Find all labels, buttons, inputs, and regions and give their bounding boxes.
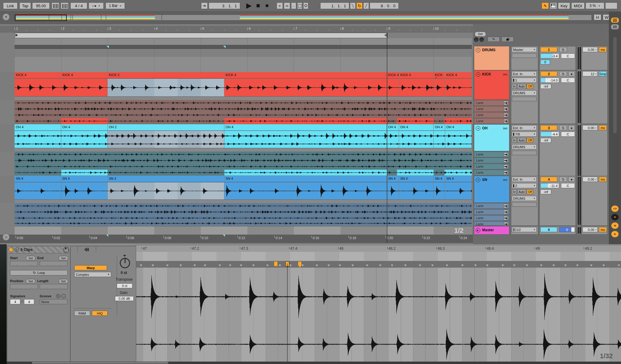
- midi-map-button[interactable]: MIDI: [571, 2, 585, 9]
- clip-title-bar[interactable]: SN 4: [15, 176, 61, 182]
- key-map-button[interactable]: Key: [558, 2, 570, 9]
- lane-audition-button[interactable]: [504, 119, 508, 123]
- draw-mode-button[interactable]: [297, 2, 302, 9]
- output-routing-menu[interactable]: DRUMS▼: [512, 196, 537, 201]
- volume-field[interactable]: -4.4: [540, 132, 559, 137]
- lane-header-cell[interactable]: Lane: [474, 106, 509, 112]
- clip-title-bar[interactable]: KICK 4: [387, 72, 399, 78]
- tempo-field[interactable]: 95.00: [32, 2, 50, 9]
- take-lane-row[interactable]: [15, 118, 472, 124]
- transient-marker-icon[interactable]: [540, 265, 542, 266]
- loop-brace[interactable]: [15, 33, 388, 38]
- clip-title-bar[interactable]: OH 4: [434, 124, 445, 131]
- take-lane-row[interactable]: [15, 164, 472, 169]
- clip-title-bar[interactable]: SN 4: [434, 176, 445, 182]
- clip-box-header[interactable]: ▼5 Clips: [8, 246, 70, 253]
- track-name-cell[interactable]: ≡DRUMS: [474, 46, 509, 70]
- take-lane-row[interactable]: [15, 215, 472, 221]
- arrangement-position-display[interactable]: 3. 1. 1: [209, 2, 240, 9]
- clip-time-field[interactable]: ..: [40, 261, 68, 266]
- transient-marker-icon[interactable]: [289, 265, 292, 266]
- track-name-cell[interactable]: ▼KICK: [474, 70, 509, 100]
- transient-marker-icon[interactable]: [252, 265, 255, 266]
- clip-title-bar[interactable]: SN 4: [445, 176, 472, 182]
- clip-unfold-button[interactable]: ▼: [15, 248, 19, 252]
- volume-field[interactable]: -3.4: [540, 53, 559, 58]
- commit-groove-button[interactable]: ↻: [56, 294, 60, 298]
- delay-unit-toggle[interactable]: ms: [599, 47, 607, 52]
- clip-title-bar[interactable]: SN 4: [61, 176, 108, 182]
- clip-title-bar[interactable]: OH 4: [387, 124, 399, 131]
- take-lane-row[interactable]: [15, 100, 472, 106]
- transient-marker-icon[interactable]: [379, 265, 381, 266]
- track-delay-field[interactable]: 12: [582, 71, 598, 76]
- optimize-height-button[interactable]: H: [594, 14, 601, 20]
- send-field[interactable]: 0: [540, 60, 550, 65]
- track-number-badge[interactable]: 3: [540, 125, 557, 130]
- group-fold-icon[interactable]: ≡: [476, 48, 480, 52]
- lane-header-cell[interactable]: Lane: [474, 170, 509, 175]
- output-routing-menu[interactable]: 1/2▼: [512, 227, 537, 232]
- io-section-toggle[interactable]: I-O: [611, 205, 619, 212]
- editor-playhead[interactable]: [287, 263, 287, 364]
- transient-marker-icon[interactable]: [576, 265, 579, 266]
- delay-section-toggle[interactable]: D: [611, 231, 619, 237]
- peak-level-field[interactable]: -inf: [540, 138, 551, 143]
- clip-title-bar[interactable]: KICK 4: [15, 72, 61, 78]
- track-name-cell[interactable]: ▼SN: [474, 176, 509, 203]
- track-delay-field[interactable]: 0.00: [582, 177, 598, 182]
- transient-marker-icon[interactable]: [351, 265, 354, 266]
- end-set-button[interactable]: Set: [59, 256, 68, 261]
- clip-title-bar[interactable]: KICK 4: [434, 72, 445, 78]
- delay-unit-toggle[interactable]: Smp: [599, 71, 607, 76]
- monitor-auto-button[interactable]: Auto: [517, 84, 526, 89]
- track-number-badge[interactable]: 1: [540, 47, 557, 52]
- solo-button[interactable]: S: [559, 47, 567, 52]
- delay-unit-toggle[interactable]: ms: [599, 125, 607, 130]
- transient-marker-icon[interactable]: [404, 265, 407, 266]
- transient-marker-icon[interactable]: [461, 265, 464, 266]
- transient-marker-icon[interactable]: [419, 265, 421, 266]
- transient-marker-icon[interactable]: [618, 265, 620, 266]
- lane-header-cell[interactable]: Lane: [474, 209, 509, 215]
- arrangement-playhead[interactable]: [387, 33, 387, 243]
- record-button[interactable]: ●: [265, 2, 269, 9]
- clip-title-bar[interactable]: KICK 4: [445, 72, 472, 78]
- transient-marker-icon[interactable]: [316, 265, 318, 266]
- transient-marker-icon[interactable]: [229, 265, 231, 266]
- monitor-off-button[interactable]: Off: [527, 84, 533, 89]
- vertical-scrollbar[interactable]: [613, 37, 617, 133]
- input-routing-menu[interactable]: Ext. In▼: [512, 125, 537, 130]
- clip-start-marker-icon[interactable]: [223, 46, 226, 48]
- warp-marker[interactable]: [274, 261, 278, 266]
- lane-header-cell[interactable]: Lane: [474, 100, 509, 106]
- transient-marker-icon[interactable]: [431, 265, 434, 266]
- lane-header-cell[interactable]: Lane: [474, 118, 509, 124]
- monitor-auto-button[interactable]: Auto: [517, 189, 526, 194]
- transient-marker-icon[interactable]: [502, 265, 504, 266]
- warp-marker-strip[interactable]: [136, 261, 621, 268]
- position-set-button[interactable]: Set: [26, 279, 35, 284]
- transient-marker-icon[interactable]: [603, 265, 605, 266]
- lane-audition-button[interactable]: [504, 152, 508, 156]
- pan-field[interactable]: C: [561, 132, 575, 137]
- nudge-up-button[interactable]: [61, 2, 69, 9]
- arm-button[interactable]: ●: [568, 125, 575, 130]
- transient-marker-icon[interactable]: [590, 265, 592, 266]
- transient-marker-icon[interactable]: [486, 265, 488, 266]
- unfold-track-icon[interactable]: ▼: [476, 178, 480, 182]
- input-routing-menu[interactable]: Ext. In▼: [512, 71, 537, 76]
- browser-toggle[interactable]: ▼: [2, 13, 10, 21]
- scrub-area[interactable]: [15, 38, 472, 45]
- punch-position-display[interactable]: 1. 1. 1: [320, 2, 349, 9]
- punch-out-button[interactable]: ╱: [363, 2, 369, 9]
- clip-time-field[interactable]: ..: [10, 284, 38, 289]
- automation-pencil-button[interactable]: ✎: [488, 37, 500, 42]
- transient-marker-icon[interactable]: [266, 265, 269, 266]
- transient-marker-icon[interactable]: [391, 265, 393, 266]
- lane-header-cell[interactable]: Lane: [474, 112, 509, 118]
- transient-marker-icon[interactable]: [513, 265, 515, 266]
- clip-title-bar[interactable]: OH 4: [15, 124, 61, 131]
- input-channel-menu[interactable]: 7/8▼: [512, 132, 537, 137]
- lane-header-cell[interactable]: Lane: [474, 203, 509, 209]
